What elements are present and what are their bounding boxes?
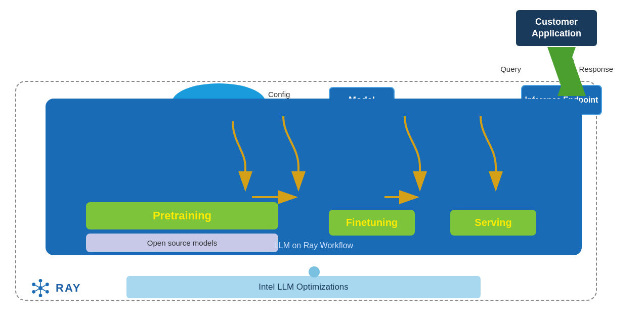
customer-application-box: Customer Application — [516, 10, 597, 46]
svg-point-9 — [39, 279, 42, 283]
intel-bar: Intel LLM Optimizations — [126, 276, 481, 298]
response-label: Response — [579, 65, 613, 73]
ray-text: RAY — [56, 282, 81, 295]
svg-point-14 — [46, 290, 49, 294]
diagram-container: Customer Application Query Response Prop… — [15, 10, 627, 313]
svg-line-19 — [35, 289, 39, 291]
workflow-box: Pretraining Open source models Finetunin… — [46, 99, 582, 255]
ray-icon — [30, 278, 51, 298]
svg-point-13 — [32, 290, 35, 294]
svg-line-20 — [42, 289, 46, 291]
svg-line-17 — [35, 285, 39, 287]
query-label: Query — [500, 65, 521, 73]
svg-line-18 — [42, 285, 46, 287]
pretraining-box: Pretraining — [86, 202, 278, 229]
workflow-label: LLM on Ray Workflow — [46, 241, 582, 250]
connector-circle — [309, 266, 320, 277]
svg-point-10 — [39, 294, 42, 297]
svg-point-12 — [46, 283, 49, 286]
config-label: Config — [268, 90, 290, 99]
svg-point-11 — [32, 283, 35, 286]
svg-point-8 — [38, 286, 42, 290]
serving-box: Serving — [450, 210, 536, 236]
finetuning-box: Finetuning — [329, 210, 415, 236]
ray-logo: RAY — [30, 278, 81, 298]
customer-app-label: Customer Application — [532, 17, 581, 38]
